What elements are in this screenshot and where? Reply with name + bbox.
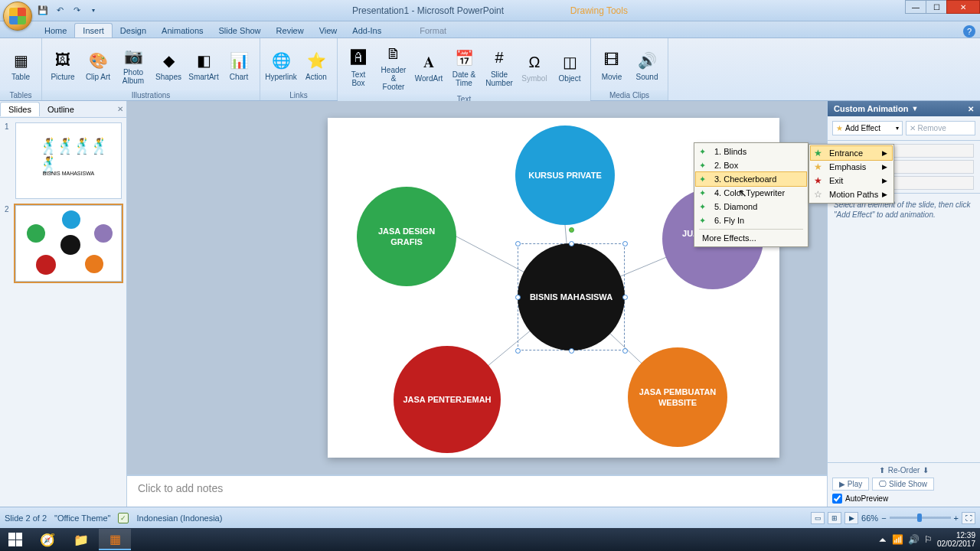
ribbon-slidenumber[interactable]: #Slide Number: [483, 44, 515, 89]
tray-clock[interactable]: 12:3902/02/2017: [937, 531, 975, 548]
shape-penterjemah[interactable]: JASA PENTERJEMAH: [394, 346, 501, 453]
window-title: Presentation1 - Microsoft PowerPoint: [352, 5, 504, 16]
tab-insert[interactable]: Insert: [74, 23, 113, 37]
qat-redo-icon[interactable]: ↷: [70, 5, 83, 17]
thumb-number: 1: [5, 122, 15, 199]
ribbon-picture[interactable]: 🖼Picture: [47, 47, 79, 83]
status-slide: Slide 2 of 2: [5, 514, 47, 523]
zoom-slider[interactable]: [890, 517, 951, 519]
help-icon[interactable]: ?: [963, 25, 975, 37]
tray-flag-icon[interactable]: ⚐: [924, 534, 933, 545]
minimize-button[interactable]: —: [905, 0, 926, 14]
close-button[interactable]: ✕: [946, 0, 980, 14]
office-button[interactable]: [3, 2, 32, 31]
menu-motion-paths[interactable]: Motion Paths▶: [811, 187, 892, 201]
qat-dropdown-icon[interactable]: ▾: [87, 5, 100, 17]
tab-animations[interactable]: Animations: [154, 24, 211, 37]
group-links: Links: [260, 90, 337, 100]
tab-slideshow[interactable]: Slide Show: [211, 24, 269, 37]
group-tables: Tables: [0, 90, 41, 100]
view-sorter-icon[interactable]: ⊞: [828, 512, 841, 524]
tab-view[interactable]: View: [312, 24, 345, 37]
reorder-label: Re-Order: [888, 466, 920, 474]
spellcheck-icon[interactable]: ✓: [118, 513, 129, 523]
ribbon-symbol: ΩSymbol: [518, 48, 550, 84]
ribbon-headerfooter[interactable]: 🗎Header & Footer: [377, 40, 410, 93]
ribbon-table[interactable]: ▦Table: [5, 47, 37, 83]
remove-button: ✕Remove: [906, 121, 976, 135]
zoom-level[interactable]: 66%: [861, 514, 878, 523]
fit-window-icon[interactable]: ⛶: [962, 512, 975, 524]
tab-review[interactable]: Review: [269, 24, 312, 37]
menu-emphasis[interactable]: Emphasis▶: [811, 160, 892, 174]
start-button[interactable]: [0, 528, 31, 551]
ribbon-wordart[interactable]: 𝐀WordArt: [413, 48, 445, 84]
qat-save-icon[interactable]: 💾: [37, 5, 49, 17]
shape-website[interactable]: JASA PEMBUATAN WEBSITE: [628, 347, 727, 447]
effect-fly-in[interactable]: 6. Fly In: [696, 214, 806, 227]
menu-entrance[interactable]: Entrance▶: [810, 145, 893, 161]
taskpane-close-icon[interactable]: ✕: [968, 105, 974, 113]
ribbon-action[interactable]: ⭐Action: [300, 47, 332, 83]
effect-box[interactable]: 2. Box: [696, 158, 806, 172]
cursor-icon: ↖: [738, 187, 747, 199]
effect-more[interactable]: More Effects...: [696, 231, 806, 245]
slides-tab[interactable]: Slides: [0, 102, 40, 116]
view-slideshow-icon[interactable]: ▶: [844, 512, 858, 524]
context-tool-label: Drawing Tools: [570, 5, 628, 16]
taskbar-explorer[interactable]: 📁: [65, 529, 97, 550]
status-theme: "Office Theme": [54, 514, 110, 523]
autopreview-checkbox[interactable]: AutoPreview: [832, 494, 975, 504]
zoom-in-icon[interactable]: +: [954, 514, 959, 523]
tab-format[interactable]: Format: [412, 24, 454, 37]
ribbon-smartart[interactable]: ◧SmartArt: [188, 47, 220, 83]
effect-checkerboard[interactable]: 3. Checkerboard: [695, 171, 807, 187]
shape-kursus[interactable]: KURSUS PRIVATE: [515, 126, 615, 225]
effect-color-typewriter[interactable]: 4. Color Typewriter: [696, 186, 806, 200]
qat-undo-icon[interactable]: ↶: [54, 5, 66, 17]
effect-category-menu: Entrance▶ Emphasis▶ Exit▶ Motion Paths▶: [808, 144, 894, 204]
play-button[interactable]: ▶ Play: [832, 478, 869, 491]
reorder-down-icon[interactable]: ⬇: [923, 466, 929, 474]
tab-addins[interactable]: Add-Ins: [345, 24, 389, 37]
ribbon-textbox[interactable]: 🅰Text Box: [342, 44, 374, 89]
slide-thumb-1[interactable]: 🕺🕺🕺🕺🕺 BISNIS MAHASISWA: [15, 122, 122, 199]
ribbon-datetime[interactable]: 📅Date & Time: [448, 44, 480, 89]
slide-thumb-2[interactable]: [15, 205, 122, 282]
slides-panel-close-icon[interactable]: ✕: [117, 105, 123, 113]
tray-up-icon[interactable]: ⏶: [878, 534, 887, 545]
ribbon-object[interactable]: ◫Object: [554, 48, 586, 84]
ribbon-hyperlink[interactable]: 🌐Hyperlink: [265, 47, 297, 83]
shape-design[interactable]: JASA DESIGN GRAFIS: [357, 187, 456, 286]
taskbar-powerpoint[interactable]: ▦: [99, 529, 131, 550]
ribbon-shapes[interactable]: ◆Shapes: [152, 47, 185, 83]
maximize-button[interactable]: ☐: [926, 0, 947, 14]
reorder-up-icon[interactable]: ⬆: [879, 466, 885, 474]
group-illustrations: Illustrations: [42, 90, 260, 100]
zoom-out-icon[interactable]: −: [881, 514, 886, 523]
thumb-number: 2: [5, 205, 15, 282]
ribbon-photoalbum[interactable]: 📷Photo Album: [117, 42, 149, 86]
ribbon-movie[interactable]: 🎞Movie: [596, 47, 628, 83]
ribbon-sound[interactable]: 🔊Sound: [631, 47, 663, 83]
add-effect-button[interactable]: ★Add Effect▾: [832, 121, 903, 135]
ribbon-clipart[interactable]: 🎨Clip Art: [82, 47, 114, 83]
menu-exit[interactable]: Exit▶: [811, 174, 892, 187]
tray-volume-icon[interactable]: 🔊: [908, 534, 920, 545]
taskbar-app-1[interactable]: 🧭: [31, 529, 64, 550]
tray-network-icon[interactable]: 📶: [892, 534, 903, 545]
tab-design[interactable]: Design: [113, 24, 154, 37]
effect-blinds[interactable]: 1. Blinds: [696, 145, 806, 158]
status-language[interactable]: Indonesian (Indonesia): [136, 514, 222, 523]
taskpane-title: Custom Animation: [834, 104, 908, 113]
effect-diamond[interactable]: 5. Diamond: [696, 200, 806, 214]
slideshow-button[interactable]: 🖵 Slide Show: [872, 478, 934, 491]
taskpane-dropdown-icon[interactable]: ▼: [911, 105, 918, 112]
group-mediaclips: Media Clips: [591, 90, 668, 100]
outline-tab[interactable]: Outline: [40, 103, 82, 116]
ribbon-chart[interactable]: 📊Chart: [223, 47, 255, 83]
entrance-effects-menu: 1. Blinds 2. Box 3. Checkerboard 4. Colo…: [694, 142, 808, 247]
shape-bisnis[interactable]: BISNIS MAHASISWA: [518, 243, 625, 350]
tab-home[interactable]: Home: [37, 24, 74, 37]
view-normal-icon[interactable]: ▭: [811, 512, 825, 524]
